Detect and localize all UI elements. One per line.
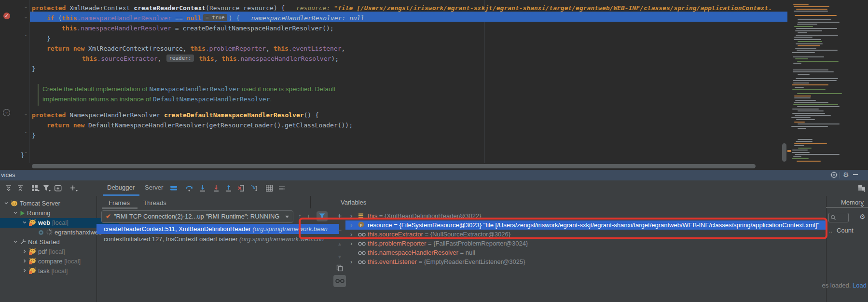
minimap-line [792, 89, 826, 90]
code-token: .namespaceHandlerResolver [77, 14, 172, 22]
sidebar-item-not-started-group[interactable]: Not Started [0, 237, 110, 247]
chevron-right-icon[interactable]: › [345, 257, 358, 266]
code-token: this [221, 55, 236, 62]
chevron-down-icon[interactable] [22, 218, 29, 228]
memory-settings-gear-icon[interactable]: ⚙ [859, 213, 866, 220]
memory-search-input[interactable] [828, 213, 849, 222]
chevron-right-icon[interactable] [22, 257, 29, 266]
minimap-line [795, 30, 822, 31]
collapse-all-icon[interactable] [16, 184, 25, 192]
chevron-down-icon[interactable] [4, 199, 11, 208]
horizontal-scrollbar[interactable] [32, 164, 756, 168]
minimap-line [797, 61, 838, 62]
code-token: .eventListener [289, 45, 342, 52]
minimap-line [793, 71, 834, 72]
sidebar-item-suffix: [local] [50, 219, 69, 226]
minimap-line [792, 152, 810, 153]
fold-marker-icon[interactable]: ⌄ [23, 14, 28, 19]
code-token: .sourceExtractor [97, 55, 157, 62]
code-minimap[interactable] [790, 0, 847, 163]
step-over-icon[interactable] [185, 184, 193, 192]
sidebar-item-suffix: [local] [47, 248, 65, 255]
run-to-cursor-icon[interactable] [250, 184, 258, 192]
expand-all-icon[interactable] [5, 184, 13, 192]
chevron-down-icon [285, 216, 289, 218]
tab-debugger[interactable]: Debugger [107, 184, 135, 191]
filter-icon[interactable] [42, 184, 51, 192]
sidebar-item-service-pdf[interactable]: pdf [local] [0, 247, 119, 257]
minimize-icon[interactable] [853, 174, 858, 175]
move-watch-down-icon[interactable]: ▼ [334, 254, 345, 260]
group-by-icon[interactable] [31, 184, 39, 192]
code-token: "file [/Users/zengsl/iriswork/egrant-sxk… [334, 4, 772, 12]
code-token: .namespaceHandlerResolver [77, 25, 171, 32]
fold-marker-icon[interactable]: ⌄ [23, 4, 28, 9]
sidebar-item-label: pdf [38, 248, 47, 255]
sidebar-item-tomcat-server[interactable]: Tomcat Server [0, 199, 100, 208]
minimap-line [794, 11, 828, 12]
chevron-down-icon[interactable] [13, 208, 20, 218]
mute-bars-icon[interactable] [170, 184, 178, 192]
sidebar-item-suffix: [local] [50, 267, 68, 275]
code-token: Create the default implementation of [42, 85, 149, 93]
code-token: used if none is specified. Default [240, 85, 335, 93]
minimap-line [796, 78, 838, 79]
move-watch-up-icon[interactable]: ▲ [334, 241, 345, 247]
memory-col-count[interactable]: Count [837, 227, 854, 234]
sidebar-item-label: Running [27, 209, 50, 217]
fold-marker-icon[interactable]: ⌃ [23, 131, 28, 137]
variable-name: this.problemReporter [368, 240, 426, 247]
breakpoint-icon[interactable]: ✓ [3, 13, 10, 19]
force-step-into-icon[interactable] [212, 184, 220, 192]
code-token: } [32, 132, 36, 139]
restore-layout-icon[interactable] [858, 184, 866, 192]
show-watches-icon[interactable] [333, 275, 346, 287]
chevron-right-icon[interactable] [22, 247, 29, 257]
minimap-line [792, 52, 815, 53]
evaluate-grid-icon[interactable] [265, 184, 274, 192]
tab-server[interactable]: Server [145, 184, 163, 191]
variable-row[interactable]: ›this.eventListener = {EmptyReaderEventL… [345, 257, 826, 266]
thread-selector-dropdown[interactable]: ✔"RMI TCP Connection(2)-12...up "RMI Run… [101, 210, 293, 223]
sidebar-item-label: Tomcat Server [20, 200, 60, 207]
sidebar-item-service-compare[interactable]: compare [local] [0, 257, 119, 266]
drop-frame-icon[interactable] [237, 184, 246, 192]
fold-marker-icon[interactable]: ⌄ [23, 111, 28, 116]
variable-row[interactable]: ›this.problemReporter = {FailFastProblem… [345, 239, 826, 248]
sidebar-item-running-group[interactable]: Running [0, 208, 110, 218]
sidebar-item-suffix: [local] [63, 258, 81, 265]
target-icon[interactable] [830, 171, 838, 180]
code-token: == [171, 14, 186, 22]
step-into-icon[interactable] [199, 184, 207, 192]
add-icon[interactable] [69, 184, 78, 192]
load-classes-link[interactable]: Load [853, 282, 867, 289]
vertical-scrollbar[interactable] [782, 143, 786, 162]
chevron-down-icon[interactable] [13, 237, 20, 247]
tab-threads[interactable]: Threads [143, 199, 166, 206]
sidebar-item-label: compare [38, 258, 63, 265]
code-line-3: this.namespaceHandlerResolver = createDe… [62, 23, 334, 33]
memory-col-class[interactable]: .. [829, 227, 832, 234]
step-out-icon[interactable] [225, 184, 233, 192]
chevron-down-icon[interactable] [860, 202, 865, 210]
overridden-method-icon[interactable]: ⌄ [3, 109, 10, 116]
minimap-line [798, 74, 810, 75]
code-editor[interactable]: protected XmlReaderContext createReaderC… [0, 0, 868, 170]
ide-screen: protected XmlReaderContext createReaderC… [0, 0, 868, 302]
chevron-right-icon[interactable]: › [345, 239, 358, 248]
layout-dim-icon[interactable] [278, 184, 286, 192]
sidebar-item-service-task[interactable]: task [local] [0, 266, 119, 276]
code-token: return [47, 122, 73, 129]
gear-icon[interactable]: ⚙ [843, 171, 849, 178]
frame-location: createReaderContext:511, XmlBeanDefiniti… [104, 225, 252, 233]
add-frame-icon[interactable] [54, 184, 62, 192]
annotation-highlight-rect [299, 218, 827, 239]
fold-marker-icon[interactable]: ⌃ [23, 151, 28, 156]
copy-watch-icon[interactable] [334, 264, 345, 273]
code-token: , [266, 45, 274, 52]
variable-row[interactable]: this.namespaceHandlerResolver = null [345, 248, 826, 257]
tab-frames[interactable]: Frames [109, 199, 130, 206]
fold-marker-icon[interactable]: ⌃ [23, 34, 28, 40]
code-token: resource: [296, 4, 334, 12]
chevron-right-icon[interactable] [22, 266, 29, 276]
